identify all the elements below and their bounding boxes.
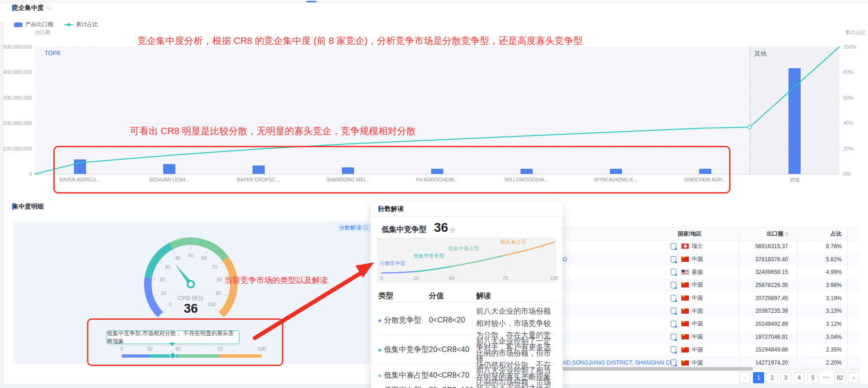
- popup-row-type: 低集中寡占型: [378, 369, 429, 381]
- svg-text:20: 20: [159, 277, 165, 282]
- flag-cn-icon: [681, 334, 689, 339]
- page-ellipsis[interactable]: •••: [821, 372, 832, 383]
- curve-tick-label: 40: [444, 275, 458, 281]
- popup-row-range: 40<CR8<70: [429, 369, 469, 381]
- column-header-export[interactable]: 出口额: [713, 228, 788, 241]
- share-percent: 8.76%: [795, 240, 842, 253]
- top-chrome-strip: [0, 0, 868, 3]
- pagination: ‹ 1 2 3 4 5 ••• 82 ›: [739, 372, 859, 383]
- flag-cn-icon: [681, 347, 689, 352]
- legend-bar-label: 产品出口额: [25, 21, 53, 29]
- company-link[interactable]: O: [563, 253, 672, 266]
- slider-minor-ticks: [122, 351, 262, 353]
- x-category-label: BAYER AGRICU...: [45, 177, 115, 182]
- benchmark-icon[interactable]: [671, 295, 676, 302]
- export-amount: 37818376.40: [713, 253, 788, 266]
- page-button-3[interactable]: 3: [780, 372, 791, 383]
- export-amount: 15294849.86: [713, 344, 788, 357]
- svg-text:50: 50: [188, 252, 194, 258]
- x-category-label: WYNCA(HONG K...: [581, 177, 651, 182]
- curve-tick-label: 0: [375, 275, 389, 281]
- y2-tick-label: 60%: [843, 95, 867, 101]
- popup-row-type: 极高寡占型: [378, 384, 421, 388]
- type-dot-icon: [378, 319, 381, 322]
- page-next-button[interactable]: ›: [848, 372, 859, 383]
- benchmark-icon[interactable]: [671, 269, 676, 275]
- popup-table-header-line: [378, 302, 556, 302]
- popup-row-divider: [378, 364, 556, 364]
- y-axis-title: 出口额: [35, 29, 51, 36]
- popup-col-desc: 解读: [476, 290, 491, 302]
- y2-tick-label: 100%: [843, 44, 867, 50]
- popup-title: 分数解读: [378, 205, 404, 213]
- export-amount: 20367235.39: [713, 304, 788, 317]
- benchmark-icon[interactable]: [671, 308, 676, 314]
- chart-x-axis-line: [35, 174, 839, 174]
- score-button-label: 分数解读: [339, 224, 362, 232]
- y2-tick-label: 80%: [843, 69, 867, 75]
- benchmark-icon[interactable]: [671, 346, 676, 353]
- y-tick-label: 300,000,000: [0, 95, 32, 101]
- table-divider: [678, 227, 678, 369]
- page-prev-button[interactable]: ‹: [739, 372, 751, 383]
- popup-score-line: 低集中竞争型 36 分: [382, 221, 456, 235]
- country-name: 美国: [692, 268, 703, 276]
- annotation-middle: 可看出 CR8 明显是比较分散，无明显的寡头竞企，竞争规模相对分散: [130, 125, 416, 137]
- benchmark-icon[interactable]: [671, 334, 676, 340]
- share-percent: 4.99%: [795, 266, 842, 279]
- benchmark-icon[interactable]: [671, 256, 676, 263]
- table-divider: [739, 227, 739, 369]
- benchmark-icon[interactable]: [671, 321, 676, 327]
- benchmark-icon[interactable]: [671, 243, 676, 250]
- export-amount: 32409658.15: [713, 266, 788, 279]
- flag-us-icon: [681, 270, 689, 275]
- cr8-gauge: 0102030405060708090100: [135, 228, 247, 319]
- benchmark-icon[interactable]: [671, 282, 676, 288]
- popup-row-range: 70<CR8<100: [429, 384, 473, 388]
- country-name: 瑞士: [692, 242, 703, 250]
- benchmark-icon[interactable]: [671, 359, 676, 366]
- popup-row-desc: 前八大企业控制了绝大部分的市场份额，市场呈现出明显的寡头垄断特征: [476, 383, 557, 388]
- y-tick-label: 400,000,000: [0, 69, 32, 75]
- sort-icon[interactable]: [785, 230, 788, 237]
- popup-header: 分数解读: [371, 201, 563, 217]
- dashboard-root: 竞企集中度 ⓘ 产品出口额 累计占比 出口额 累计占比 500,000,0004…: [0, 0, 868, 388]
- x-category-label: WILLOWOOD(HA...: [492, 177, 562, 182]
- page-button-5[interactable]: 5: [807, 372, 818, 383]
- gauge-tooltip: 低集中竞争型,市场相对分散， 不存在明显的寡头垄断现象: [107, 331, 239, 344]
- page-button-last[interactable]: 82: [834, 372, 846, 383]
- line-series-swatch-icon: [65, 22, 73, 27]
- annotation-top: 竞企集中度分析，根据 CR8 的竞企集中度 (前 8 家竞企)，分析竞争市场是分…: [94, 35, 627, 47]
- share-percent: 3.19%: [795, 292, 842, 305]
- slider-segment: [178, 354, 220, 358]
- section-title-text: 竞企集中度: [12, 4, 44, 12]
- column-header-country: 国家/地区: [678, 228, 702, 241]
- export-amount: 25878226.35: [713, 279, 788, 292]
- flag-cn-icon: [681, 360, 689, 366]
- popup-row-range: 0<CR8<20: [429, 314, 465, 326]
- popup-score-value: 36: [434, 221, 448, 235]
- legend-item-export[interactable]: 产品出口额: [14, 21, 53, 29]
- legend-item-cumulative[interactable]: 累计占比: [65, 21, 98, 29]
- page-button-4[interactable]: 4: [794, 372, 805, 383]
- svg-text:30: 30: [165, 264, 170, 270]
- type-dot-icon: [378, 374, 381, 377]
- info-icon[interactable]: ⓘ: [47, 4, 52, 12]
- legend-line-label: 累计占比: [76, 21, 98, 29]
- popup-row-range: 20<CR8<40: [429, 344, 469, 356]
- popup-col-range: 分值: [429, 290, 444, 302]
- country-name: 中国: [692, 255, 703, 263]
- country-name: 中国: [692, 307, 703, 315]
- x-category-label: FH AGROCHEMI...: [402, 177, 472, 182]
- slider-value-caret-icon: [169, 343, 175, 349]
- flag-cn-icon: [681, 295, 689, 301]
- page-button-2[interactable]: 2: [767, 372, 778, 383]
- section-title-text: 集中度明细: [12, 202, 44, 211]
- bar-series-swatch-icon: [14, 22, 22, 27]
- country-name: 中国: [692, 320, 703, 328]
- flag-cn-icon: [681, 257, 689, 262]
- annotation-gauge: 当前竞争市场的类型以及解读: [224, 275, 328, 286]
- page-button-1[interactable]: 1: [753, 372, 764, 383]
- y-tick-label: 0: [0, 171, 32, 177]
- score-explain-button[interactable]: 分数解读 ⓘ: [335, 223, 372, 233]
